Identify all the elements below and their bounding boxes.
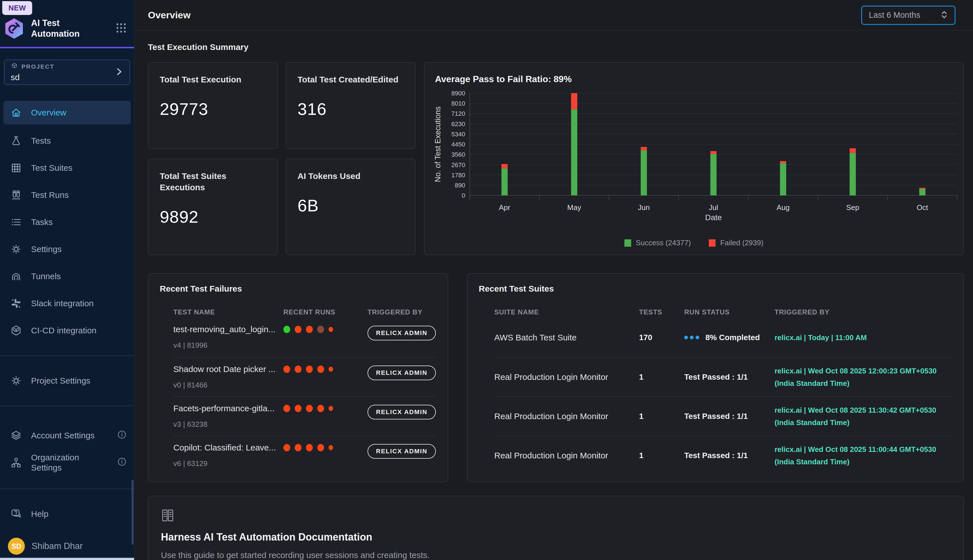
sidebar-divider	[0, 488, 134, 489]
svg-text:8900: 8900	[452, 90, 465, 97]
run-status: Test Passed : 1/1	[684, 412, 775, 421]
suite-triggered-by: relicx.ai | Wed Oct 08 2025 12:00:23 GMT…	[775, 365, 952, 390]
triggered-by-cell: RELICX ADMIN	[368, 442, 437, 475]
chart-title: Average Pass to Fail Ratio: 89%	[435, 74, 963, 84]
suite-name: Real Production Login Monitor	[494, 451, 639, 460]
gear-icon	[10, 374, 23, 387]
run-status-dot[interactable]	[328, 327, 333, 332]
run-status-dot[interactable]	[283, 444, 290, 451]
run-status-dot[interactable]	[317, 405, 324, 412]
time-range-select[interactable]: Last 6 Months	[861, 6, 955, 25]
apps-grid-icon[interactable]	[115, 22, 127, 35]
run-status-dot[interactable]	[295, 444, 302, 451]
stat-card-total-test-suites-executions: Total Test Suites Executions9892	[148, 158, 278, 255]
run-status-dot[interactable]	[328, 367, 333, 372]
svg-text:Jul: Jul	[709, 203, 718, 212]
sidebar-item-tests[interactable]: Tests	[0, 127, 134, 154]
sidebar-item-help[interactable]: Help	[0, 500, 134, 528]
triggered-by-button[interactable]: RELICX ADMIN	[368, 365, 436, 380]
test-version-id: v4 | 81996	[173, 341, 283, 350]
chevron-right-icon	[115, 67, 123, 78]
cicd-icon	[10, 324, 23, 337]
run-status-dot[interactable]	[306, 444, 313, 451]
run-status-dot[interactable]	[295, 405, 302, 412]
svg-text:Jun: Jun	[638, 203, 650, 212]
sidebar-item-slack-integration[interactable]: Slack integration	[0, 290, 134, 317]
test-failure-row[interactable]: Shadow root Date picker ...v0 | 81466REL…	[173, 357, 437, 396]
run-status-dot[interactable]	[283, 326, 290, 333]
suite-tests-count: 1	[639, 373, 684, 382]
run-status-dot[interactable]	[317, 365, 324, 373]
stat-card-ai-tokens-used: AI Tokens Used6B	[286, 158, 415, 255]
svg-text:May: May	[567, 203, 581, 212]
org-icon	[10, 456, 23, 469]
sidebar-item-settings[interactable]: Settings	[0, 236, 134, 263]
section-heading: Test Execution Summary	[148, 42, 964, 52]
run-status-dot[interactable]	[283, 365, 290, 373]
sidebar-item-overview[interactable]: Overview	[3, 101, 131, 125]
run-status-dot[interactable]	[306, 365, 313, 373]
run-status-dot[interactable]	[328, 406, 333, 411]
project-selector[interactable]: PROJECT sd	[4, 60, 130, 85]
info-icon[interactable]	[117, 457, 127, 469]
time-range-value: Last 6 Months	[869, 10, 941, 20]
svg-text:5340: 5340	[452, 131, 465, 138]
run-status-dot[interactable]	[328, 445, 333, 450]
stat-label: Total Test Execution	[160, 74, 266, 85]
suite-tests-count: 170	[639, 333, 684, 342]
sidebar-item-test-suites[interactable]: Test Suites	[0, 154, 134, 182]
recent-test-suites-card: Recent Test Suites SUITE NAMETESTSRUN ST…	[467, 273, 964, 482]
sidebar-item-label: Help	[31, 509, 48, 519]
accent-divider	[0, 47, 134, 48]
test-failure-row[interactable]: Copilot: Classified: Leave...v6 | 63129R…	[173, 435, 437, 475]
test-name: Copilot: Classified: Leave...	[173, 442, 278, 453]
triggered-by-button[interactable]: RELICX ADMIN	[368, 326, 436, 340]
sidebar-nav-help: Help	[0, 500, 134, 528]
sidebar-item-label: Account Settings	[31, 430, 95, 441]
test-failure-row[interactable]: Facets-performance-gitla...v3 | 63238REL…	[173, 396, 437, 435]
suite-triggered-by: relicx.ai | Wed Oct 08 2025 11:30:42 GMT…	[775, 404, 952, 429]
run-status-dot[interactable]	[317, 326, 324, 333]
page-title: Overview	[148, 10, 190, 21]
sidebar-scrollbar[interactable]	[132, 480, 133, 545]
suite-triggered-by: relicx.ai | Today | 11:00 AM	[775, 332, 952, 344]
sidebar-item-project-settings[interactable]: Project Settings	[0, 367, 134, 394]
suites-title: Recent Test Suites	[479, 284, 952, 293]
test-suite-row[interactable]: AWS Batch Test Suite1708% Completedrelic…	[494, 318, 952, 357]
new-badge: NEW	[2, 1, 32, 15]
run-status: Test Passed : 1/1	[684, 373, 775, 382]
run-status-dot[interactable]	[306, 405, 313, 412]
sidebar-divider	[0, 406, 134, 406]
run-status-dot[interactable]	[306, 326, 313, 333]
run-status-dot[interactable]	[283, 405, 290, 412]
user-profile[interactable]: SD Shibam Dhar	[8, 538, 134, 555]
triggered-by-button[interactable]: RELICX ADMIN	[368, 405, 436, 420]
user-name: Shibam Dhar	[32, 541, 83, 551]
test-suite-row[interactable]: Real Production Login Monitor1Test Passe…	[494, 396, 952, 435]
test-failure-row[interactable]: test-removing_auto_login...v4 | 81996REL…	[173, 318, 437, 357]
sidebar-item-tunnels[interactable]: Tunnels	[0, 263, 134, 290]
column-header: RUN STATUS	[684, 308, 775, 316]
sidebar-item-organization-settings[interactable]: Organization Settings	[0, 449, 134, 476]
run-status-dot[interactable]	[317, 444, 324, 451]
info-icon[interactable]	[117, 429, 127, 442]
layers-icon	[10, 429, 23, 442]
run-status-dot[interactable]	[295, 326, 302, 333]
test-suite-row[interactable]: Real Production Login Monitor1Test Passe…	[494, 435, 952, 475]
triggered-by-button[interactable]: RELICX ADMIN	[368, 444, 436, 459]
column-header: TEST NAME	[173, 308, 283, 316]
run-status: Test Passed : 1/1	[684, 451, 775, 460]
recent-runs-dots	[283, 403, 368, 414]
stat-label: AI Tokens Used	[298, 170, 404, 182]
sidebar-item-tasks[interactable]: Tasks	[0, 208, 134, 236]
test-suite-row[interactable]: Real Production Login Monitor1Test Passe…	[494, 357, 952, 396]
sidebar-item-account-settings[interactable]: Account Settings	[0, 422, 134, 449]
stat-value: 6B	[298, 196, 404, 215]
sidebar-item-label: Test Suites	[31, 163, 73, 173]
stat-value: 29773	[160, 99, 266, 119]
sidebar-item-test-runs[interactable]: Test Runs	[0, 182, 134, 208]
run-status-dot[interactable]	[295, 365, 302, 373]
run-status-text: Test Passed : 1/1	[684, 451, 748, 460]
sidebar-item-label: Tunnels	[31, 271, 61, 282]
sidebar-item-ci-cd-integration[interactable]: CI-CD integration	[0, 317, 134, 344]
